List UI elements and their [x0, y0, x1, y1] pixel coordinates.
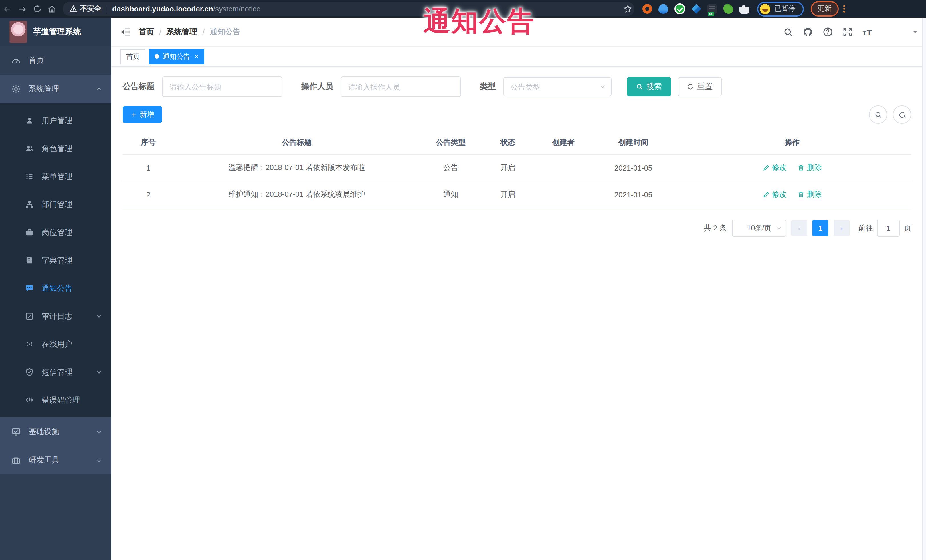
cell-title: 维护通知：2018-07-01 若依系统凌晨维护 [174, 189, 419, 199]
browser-reload-icon[interactable] [30, 5, 44, 13]
prev-page-button[interactable]: ‹ [791, 220, 807, 236]
delete-link-label: 删除 [807, 163, 822, 173]
notice-type-select[interactable] [503, 77, 611, 97]
table-settings [869, 106, 911, 124]
tag-home[interactable]: 首页 [120, 49, 145, 64]
sidebar-group-infra[interactable]: 基础设施 [0, 417, 111, 446]
fullscreen-icon[interactable] [843, 27, 853, 37]
scrollbar[interactable] [922, 18, 926, 560]
browser-back-icon[interactable] [0, 4, 15, 14]
page-size-select[interactable]: 10条/页 [732, 220, 786, 237]
toggle-search-button[interactable] [869, 106, 887, 124]
gear-icon [11, 85, 21, 94]
user-avatar[interactable] [882, 21, 903, 42]
chevron-down-icon [96, 429, 102, 435]
search-icon [875, 111, 882, 118]
profile-status-label: 已暂停 [774, 4, 796, 14]
operator-input[interactable] [340, 76, 461, 97]
edit-link[interactable]: 修改 [763, 163, 787, 173]
app-logo-row[interactable]: 芋道管理系统 [0, 18, 111, 46]
browser-forward-icon[interactable] [15, 4, 30, 14]
refresh-table-button[interactable] [893, 106, 911, 124]
notice-title-input[interactable] [162, 76, 282, 97]
chevron-down-icon [96, 313, 102, 319]
cell-title: 温馨提醒：2018-07-01 若依新版本发布啦 [174, 163, 419, 173]
sidebar-item-departments[interactable]: 部门管理 [0, 190, 111, 219]
sidebar-item-audit-log[interactable]: 审计日志 [0, 302, 111, 330]
code-icon [25, 396, 34, 404]
browser-home-icon[interactable] [44, 4, 59, 14]
browser-menu-icon[interactable] [843, 5, 845, 12]
sidebar-item-online-users[interactable]: 在线用户 [0, 330, 111, 358]
github-icon[interactable] [803, 27, 813, 37]
sidebar-item-label: 在线用户 [42, 339, 73, 349]
extension-icon[interactable] [642, 4, 652, 14]
annotation-overlay-title: 通知公告 [423, 3, 535, 39]
sidebar-item-error-codes[interactable]: 错误码管理 [0, 386, 111, 414]
search-form: 公告标题 操作人员 类型 [123, 76, 911, 97]
profile-emoji-avatar [760, 4, 770, 14]
page-number-1[interactable]: 1 [813, 220, 828, 236]
sidebar-group-label: 基础设施 [29, 427, 59, 437]
cell-status: 开启 [482, 163, 533, 173]
extension-icon[interactable] [658, 4, 668, 14]
sidebar-item-dict[interactable]: 字典管理 [0, 246, 111, 274]
add-button[interactable]: 新增 [123, 106, 162, 123]
breadcrumb-system[interactable]: 系统管理 [166, 27, 197, 37]
search-icon[interactable] [784, 27, 793, 37]
sidebar-item-users[interactable]: 用户管理 [0, 107, 111, 134]
sidebar-item-notice[interactable]: 通知公告 [0, 274, 111, 302]
sidebar-submenu-system: 用户管理 角色管理 菜单管理 部门管理 岗位管理 字典管理 [0, 103, 111, 417]
breadcrumb-home[interactable]: 首页 [139, 27, 154, 37]
sidebar-item-menus[interactable]: 菜单管理 [0, 163, 111, 190]
tag-close-icon[interactable]: × [195, 53, 198, 60]
sidebar-group-devtools[interactable]: 研发工具 [0, 446, 111, 474]
filter-title-label: 公告标题 [123, 82, 154, 92]
sidebar-item-label: 用户管理 [42, 115, 73, 126]
help-icon[interactable] [823, 27, 833, 37]
edit-link[interactable]: 修改 [763, 189, 787, 199]
search-icon [636, 83, 643, 90]
font-size-icon[interactable]: ᴛT [862, 28, 872, 36]
bookmark-star-icon[interactable] [623, 5, 632, 13]
page-content: 公告标题 操作人员 类型 [111, 67, 926, 237]
reset-button[interactable]: 重置 [678, 77, 722, 97]
delete-link[interactable]: 删除 [798, 163, 822, 173]
browser-profile-button[interactable]: 已暂停 [757, 2, 803, 16]
shield-icon [25, 368, 34, 376]
notice-table: 序号 公告标题 公告类型 状态 创建者 创建时间 操作 1 温馨提醒：2018-… [123, 131, 911, 208]
breadcrumb: 首页 / 系统管理 / 通知公告 [139, 27, 241, 37]
extension-icon[interactable] [691, 4, 701, 14]
extension-icon[interactable] [723, 4, 733, 14]
trash-icon [798, 164, 805, 171]
sidebar-item-roles[interactable]: 角色管理 [0, 134, 111, 163]
browser-update-button[interactable]: 更新 [811, 1, 838, 17]
security-warning[interactable]: 不安全 [70, 4, 101, 14]
extension-icon[interactable]: on [708, 4, 717, 14]
search-button[interactable]: 搜索 [627, 77, 671, 97]
url-path: /system/notice [213, 5, 260, 13]
filter-operator-label: 操作人员 [301, 82, 333, 92]
notice-type-select-input[interactable] [503, 77, 611, 97]
url-text[interactable]: dashboard.yudao.iocoder.cn/system/notice [112, 5, 260, 13]
sidebar-group-system[interactable]: 系统管理 [0, 75, 111, 103]
delete-link[interactable]: 删除 [798, 189, 822, 199]
sidebar-item-sms[interactable]: 短信管理 [0, 358, 111, 386]
pagination: 共 2 条 10条/页 ‹ 1 › 前往 页 [123, 220, 911, 237]
sidebar-fold-icon[interactable] [111, 27, 139, 37]
sidebar-item-posts[interactable]: 岗位管理 [0, 219, 111, 246]
refresh-icon [898, 111, 906, 118]
tag-notice-active[interactable]: 通知公告 × [149, 49, 204, 64]
add-button-label: 新增 [140, 110, 154, 119]
sidebar-item-home[interactable]: 首页 [0, 46, 111, 75]
column-header: 创建者 [533, 137, 593, 148]
sidebar-item-label: 错误码管理 [42, 395, 80, 405]
extension-icon[interactable] [674, 3, 685, 14]
next-page-button[interactable]: › [834, 220, 850, 236]
extensions-puzzle-icon[interactable] [740, 4, 749, 14]
goto-page-input[interactable] [877, 220, 900, 237]
avatar-caret-icon[interactable] [912, 29, 918, 35]
screenshot-root: 不安全 dashboard.yudao.iocoder.cn/system/no… [0, 0, 926, 560]
address-bar[interactable]: 不安全 dashboard.yudao.iocoder.cn/system/no… [63, 2, 634, 16]
list-icon [25, 172, 34, 181]
